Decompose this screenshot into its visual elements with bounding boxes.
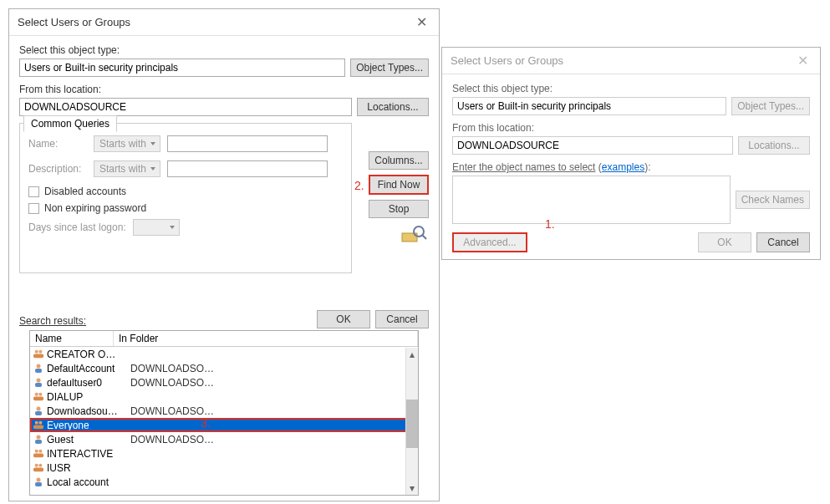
object-type-input[interactable]	[19, 59, 345, 77]
object-type-input[interactable]	[452, 97, 726, 115]
svg-rect-9	[35, 383, 42, 387]
column-folder[interactable]: In Folder	[114, 331, 418, 346]
close-icon[interactable]: ✕	[793, 53, 812, 69]
svg-point-13	[37, 406, 41, 410]
object-types-button[interactable]: Object Types...	[731, 97, 810, 115]
non-expiring-password-checkbox[interactable]: Non expiring password	[28, 202, 343, 214]
search-results-label: Search results:	[9, 315, 96, 330]
svg-point-8	[37, 378, 41, 382]
svg-point-4	[38, 350, 42, 354]
scroll-up-icon[interactable]: ▴	[406, 348, 418, 361]
name-filter-select[interactable]: Starts with	[94, 135, 160, 152]
svg-point-16	[38, 421, 42, 425]
ok-button[interactable]: OK	[317, 310, 370, 328]
person-icon	[32, 405, 45, 417]
location-label: From this location:	[452, 122, 810, 134]
description-filter-select[interactable]: Starts with	[94, 160, 160, 177]
scroll-down-icon[interactable]: ▾	[406, 481, 418, 495]
dialog-title: Select Users or Groups	[451, 54, 563, 67]
result-name: DefaultAccount	[47, 363, 127, 374]
object-type-label: Select this object type:	[19, 44, 429, 56]
result-name: Everyone	[47, 420, 127, 431]
check-names-button[interactable]: Check Names	[736, 191, 810, 209]
ok-button[interactable]: OK	[698, 232, 751, 252]
search-results-list[interactable]: Name In Folder CREATOR O…DefaultAccountD…	[29, 330, 419, 496]
svg-line-2	[422, 235, 426, 239]
right-buttons: Columns... Find Now Stop	[369, 151, 429, 247]
group-icon	[32, 462, 45, 474]
svg-point-24	[38, 464, 42, 467]
svg-point-23	[34, 464, 38, 467]
titlebar: Select Users or Groups ✕	[442, 48, 820, 74]
checkbox-icon	[28, 203, 39, 214]
advanced-button[interactable]: Advanced...	[452, 232, 527, 252]
common-queries-tab[interactable]: Common Queries	[23, 115, 117, 132]
group-icon	[32, 420, 45, 431]
search-icon	[400, 223, 429, 247]
result-name: Guest	[47, 434, 127, 445]
annotation-2: 2.	[354, 179, 364, 192]
annotation-1: 1.	[545, 217, 555, 231]
object-type-label: Select this object type:	[452, 83, 810, 94]
dialog-title: Select Users or Groups	[18, 16, 130, 28]
table-row[interactable]: DIALUP	[30, 389, 418, 404]
location-input[interactable]	[452, 136, 733, 155]
table-row[interactable]: INTERACTIVE	[30, 446, 418, 461]
svg-rect-27	[35, 482, 42, 486]
table-row[interactable]: defaultuser0DOWNLOADSO…	[30, 375, 418, 389]
table-row[interactable]: Downloadsou…DOWNLOADSO…	[30, 404, 418, 418]
object-names-input[interactable]	[452, 176, 731, 224]
svg-rect-22	[33, 454, 43, 458]
columns-button[interactable]: Columns...	[369, 151, 429, 170]
person-icon	[32, 377, 45, 389]
examples-link[interactable]: examples	[602, 161, 644, 173]
object-types-button[interactable]: Object Types...	[350, 59, 429, 77]
table-row[interactable]: DefaultAccountDOWNLOADSO…	[30, 361, 418, 375]
stop-button[interactable]: Stop	[369, 200, 429, 218]
days-since-logon-select[interactable]	[133, 219, 180, 236]
location-label: From this location:	[19, 84, 429, 95]
location-input[interactable]	[19, 98, 352, 116]
table-row[interactable]: Everyone	[30, 418, 418, 432]
svg-rect-14	[35, 411, 42, 415]
table-row[interactable]: Local account	[30, 475, 418, 489]
scrollbar-thumb[interactable]	[406, 400, 418, 448]
cancel-button[interactable]: Cancel	[375, 310, 429, 328]
results-header: Name In Folder	[30, 331, 418, 347]
find-now-button[interactable]: Find Now	[369, 175, 429, 195]
table-row[interactable]: GuestDOWNLOADSO…	[30, 432, 418, 446]
scrollbar[interactable]: ▴ ▾	[405, 348, 418, 495]
disabled-accounts-label: Disabled accounts	[44, 186, 126, 197]
svg-point-11	[38, 393, 42, 396]
result-name: IUSR	[47, 462, 127, 474]
svg-point-6	[37, 364, 41, 368]
svg-point-20	[34, 450, 38, 453]
description-filter-label: Description:	[28, 163, 87, 175]
column-name[interactable]: Name	[30, 331, 114, 346]
days-since-logon-label: Days since last logon:	[28, 221, 126, 233]
name-filter-input[interactable]	[167, 135, 328, 152]
close-icon[interactable]: ✕	[412, 14, 430, 30]
description-filter-input[interactable]	[167, 160, 328, 177]
titlebar: Select Users or Groups ✕	[9, 9, 439, 36]
svg-point-15	[34, 421, 38, 425]
result-folder: DOWNLOADSO…	[127, 434, 418, 445]
result-name: DIALUP	[47, 391, 127, 403]
disabled-accounts-checkbox[interactable]: Disabled accounts	[28, 186, 343, 197]
locations-button[interactable]: Locations...	[357, 98, 429, 116]
name-filter-label: Name:	[28, 138, 87, 150]
object-names-label: Enter the object names to select (exampl…	[452, 161, 810, 173]
svg-point-3	[34, 350, 38, 354]
cancel-button[interactable]: Cancel	[756, 232, 810, 252]
svg-rect-12	[33, 397, 43, 401]
non-expiring-password-label: Non expiring password	[44, 202, 146, 214]
select-users-advanced-dialog: Select Users or Groups ✕ Select this obj…	[8, 8, 440, 501]
table-row[interactable]: IUSR	[30, 461, 418, 475]
svg-rect-19	[35, 440, 42, 444]
result-folder: DOWNLOADSO…	[127, 363, 418, 374]
locations-button[interactable]: Locations...	[738, 136, 810, 155]
svg-rect-5	[33, 354, 43, 359]
table-row[interactable]: CREATOR O…	[30, 347, 418, 361]
svg-rect-17	[33, 425, 43, 430]
checkbox-icon	[28, 186, 39, 197]
